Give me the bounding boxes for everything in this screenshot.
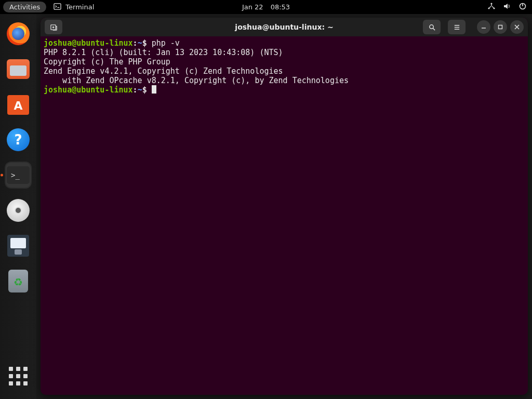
dock-disks[interactable] [6,198,31,223]
maximize-icon [498,24,503,30]
terminal-window: joshua@ubuntu-linux: ~ joshua@ubuntu-lin… [41,18,528,395]
dock: ? >_ [0,14,36,399]
hamburger-icon [453,23,461,31]
output-line: PHP 8.2.1 (cli) (built: Jan 13 2023 10:4… [44,48,283,57]
floppy-icon [7,235,29,257]
disk-icon [7,199,30,222]
minimize-icon [481,24,486,30]
trash-icon [8,270,28,292]
prompt-path: ~ [138,38,142,48]
prompt-user: joshua [44,85,72,95]
svg-rect-0 [54,3,61,9]
search-button[interactable] [423,20,441,34]
files-icon [7,59,30,79]
firefox-icon [7,22,30,45]
show-applications[interactable] [9,367,28,385]
prompt-host: ubuntu-linux [76,38,132,48]
help-icon: ? [7,128,30,151]
dock-trash[interactable] [6,269,31,294]
command-text: php -v [152,38,180,48]
prompt-path: ~ [138,85,142,95]
maximize-button[interactable] [494,20,507,34]
close-button[interactable] [510,20,524,34]
prompt-at: @ [72,85,76,95]
prompt-sep: : [133,38,138,48]
activities-button[interactable]: Activities [3,2,46,12]
titlebar[interactable]: joshua@ubuntu-linux: ~ [41,18,528,36]
prompt-sigil: $ [142,38,147,48]
svg-point-6 [429,24,433,29]
clock-date: Jan 22 [242,3,263,11]
search-icon [428,23,436,31]
volume-icon[interactable] [503,2,511,12]
new-tab-icon [50,23,58,31]
menu-button[interactable] [448,20,466,34]
terminal-body[interactable]: joshua@ubuntu-linux:~$ php -v PHP 8.2.1 … [41,36,528,395]
dock-software[interactable] [6,92,31,117]
cursor [152,85,156,94]
prompt-host: ubuntu-linux [76,85,132,95]
topbar: Activities Terminal Jan 22 08:53 [0,0,532,14]
prompt-sigil: $ [142,85,147,95]
output-line: Copyright (c) The PHP Group [44,57,170,66]
dock-help[interactable]: ? [6,127,31,152]
output-line: with Zend OPcache v8.2.1, Copyright (c),… [44,76,349,85]
close-icon [514,24,520,30]
software-icon [6,93,30,116]
network-icon[interactable] [487,2,496,12]
active-app-name: Terminal [65,3,94,11]
power-icon[interactable] [518,2,527,12]
window-title: joshua@ubuntu-linux: ~ [235,23,333,31]
clock-time: 08:53 [271,3,290,11]
dock-terminal[interactable]: >_ [6,163,31,188]
prompt-user: joshua [44,38,72,48]
active-app-indicator[interactable]: Terminal [54,3,94,12]
output-line: Zend Engine v4.2.1, Copyright (c) Zend T… [44,66,283,76]
dock-files[interactable] [6,57,31,82]
prompt-at: @ [72,38,76,48]
terminal-icon: >_ [7,166,30,184]
svg-rect-7 [499,25,502,29]
terminal-icon [54,3,61,12]
clock[interactable]: Jan 22 08:53 [242,3,290,11]
dock-firefox[interactable] [6,21,31,46]
minimize-button[interactable] [477,20,490,34]
dock-save[interactable] [6,233,31,258]
new-tab-button[interactable] [45,20,62,34]
prompt-sep: : [133,85,138,95]
